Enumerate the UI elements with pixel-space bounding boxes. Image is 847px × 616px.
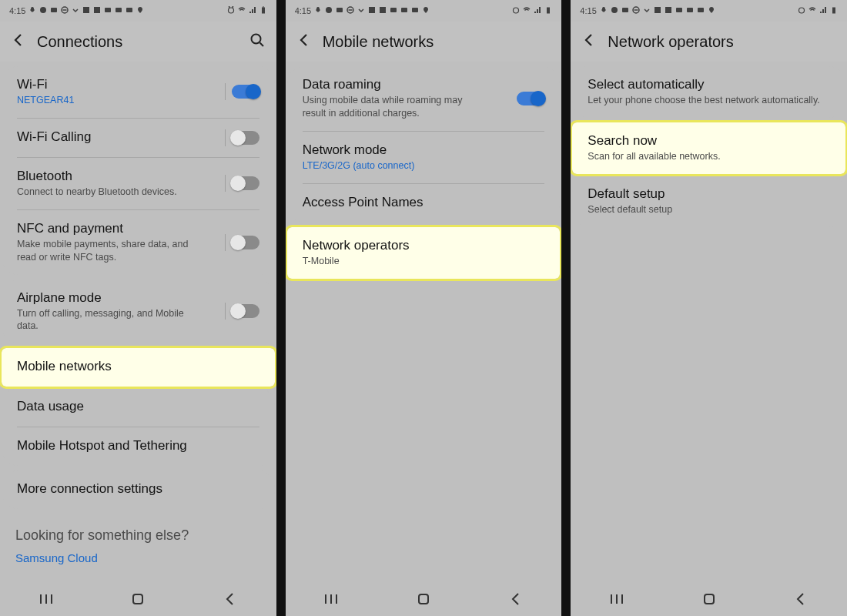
svg-point-9 (228, 8, 233, 13)
svg-rect-13 (263, 7, 264, 8)
airplane-item[interactable]: Airplane mode Turn off calling, messagin… (2, 280, 275, 344)
item-label: Mobile networks (17, 359, 259, 374)
camera-icon (621, 6, 629, 15)
airplane-toggle[interactable] (232, 304, 259, 318)
svg-rect-1 (51, 8, 57, 12)
badge-icon (697, 6, 705, 15)
svg-rect-5 (94, 7, 100, 13)
item-label: Network mode (303, 142, 545, 158)
signal-icon (819, 6, 827, 15)
item-label: Search now (588, 133, 830, 149)
roaming-toggle[interactable] (517, 92, 544, 105)
badge-icon (104, 6, 112, 15)
data-roaming-item[interactable]: Data roaming Using mobile data while roa… (287, 66, 561, 131)
screen-mobile-networks: 4:15 Mobile networks Data (286, 0, 562, 616)
wifi-icon (808, 6, 816, 15)
svg-rect-8 (126, 8, 132, 12)
bluetooth-item[interactable]: Bluetooth Connect to nearby Bluetooth de… (2, 158, 275, 209)
svg-point-14 (251, 34, 260, 43)
item-label: Access Point Names (303, 195, 545, 210)
app-bar: Network operators (571, 22, 847, 62)
home-button[interactable] (415, 591, 432, 608)
back-button[interactable] (792, 591, 809, 608)
svg-rect-30 (547, 8, 550, 14)
mobile-networks-item[interactable]: Mobile networks (2, 348, 275, 387)
home-button[interactable] (701, 591, 718, 608)
svg-point-44 (799, 8, 805, 13)
badge-icon (411, 6, 419, 15)
apn-item[interactable]: Access Point Names (287, 184, 561, 223)
search-now-item[interactable]: Search now Scan for all available networ… (572, 122, 845, 174)
svg-line-15 (259, 42, 263, 46)
back-icon[interactable] (581, 32, 597, 52)
back-icon[interactable] (296, 32, 312, 52)
badge-icon (390, 6, 397, 15)
item-desc: Make mobile payments, share data, and re… (17, 238, 192, 264)
location-icon (136, 6, 144, 15)
samsung-cloud-link[interactable]: Samsung Cloud (15, 551, 261, 564)
recents-button[interactable] (323, 591, 340, 608)
back-button[interactable] (507, 591, 524, 608)
svg-point-35 (611, 7, 618, 13)
item-desc: Connect to nearby Bluetooth devices. (17, 186, 259, 199)
home-button[interactable] (129, 591, 146, 608)
default-setup-item[interactable]: Default setup Select default setup (572, 176, 845, 227)
dnd-icon (346, 6, 354, 15)
badge-icon (400, 6, 408, 15)
location-icon (422, 6, 430, 15)
item-label: Wi-Fi (17, 77, 259, 92)
page-title: Network operators (608, 33, 733, 51)
battery-icon (259, 6, 267, 15)
bluetooth-toggle[interactable] (232, 176, 259, 190)
item-label: Data roaming (303, 77, 545, 92)
circle-icon (611, 6, 618, 15)
network-mode-item[interactable]: Network mode LTE/3G/2G (auto connect) (287, 132, 561, 183)
nav-bar (0, 582, 276, 616)
image-icon (654, 6, 661, 15)
search-icon[interactable] (249, 32, 266, 52)
select-auto-item[interactable]: Select automatically Let your phone choo… (572, 66, 845, 118)
item-label: Bluetooth (17, 169, 259, 184)
recents-button[interactable] (608, 591, 625, 608)
battery-icon (544, 6, 552, 15)
item-value: LTE/3G/2G (auto connect) (303, 159, 545, 172)
wifi-calling-toggle[interactable] (232, 131, 259, 145)
alarm-icon (512, 6, 520, 15)
hotspot-item[interactable]: Mobile Hotspot and Tethering (2, 427, 275, 466)
image-icon (665, 6, 672, 15)
app-bar: Connections (0, 22, 276, 62)
item-label: Network operators (303, 238, 545, 253)
back-icon[interactable] (11, 32, 26, 52)
status-time: 4:15 (295, 6, 311, 15)
wifi-icon (523, 6, 531, 15)
image-icon (368, 6, 376, 15)
svg-point-20 (326, 7, 332, 13)
item-label: Default setup (588, 186, 830, 202)
item-value: T-Mobile (303, 255, 545, 268)
wifi-toggle[interactable] (232, 85, 259, 99)
item-label: Data usage (17, 399, 259, 414)
more-settings-item[interactable]: More connection settings (2, 470, 275, 509)
wifi-calling-item[interactable]: Wi-Fi Calling (2, 119, 275, 157)
wifi-item[interactable]: Wi-Fi NETGEAR41 (2, 66, 275, 118)
back-button[interactable] (222, 591, 239, 608)
svg-rect-4 (83, 7, 89, 13)
svg-rect-28 (412, 8, 418, 12)
help-heading: Looking for something else? (15, 527, 261, 544)
signal-icon (534, 6, 541, 15)
snapchat-icon (314, 6, 322, 15)
alarm-icon (227, 6, 235, 15)
nfc-toggle[interactable] (232, 236, 259, 249)
item-label: Mobile Hotspot and Tethering (17, 438, 259, 454)
dnd-icon (632, 6, 640, 15)
battery-icon (830, 6, 838, 15)
image-icon (379, 6, 387, 15)
recents-button[interactable] (38, 591, 55, 608)
network-operators-item[interactable]: Network operators T-Mobile (287, 227, 561, 279)
data-usage-item[interactable]: Data usage (2, 388, 275, 427)
nfc-item[interactable]: NFC and payment Make mobile payments, sh… (2, 210, 275, 275)
svg-rect-42 (687, 8, 693, 12)
more-icon (643, 6, 651, 15)
svg-rect-36 (622, 8, 628, 12)
camera-icon (336, 6, 343, 15)
